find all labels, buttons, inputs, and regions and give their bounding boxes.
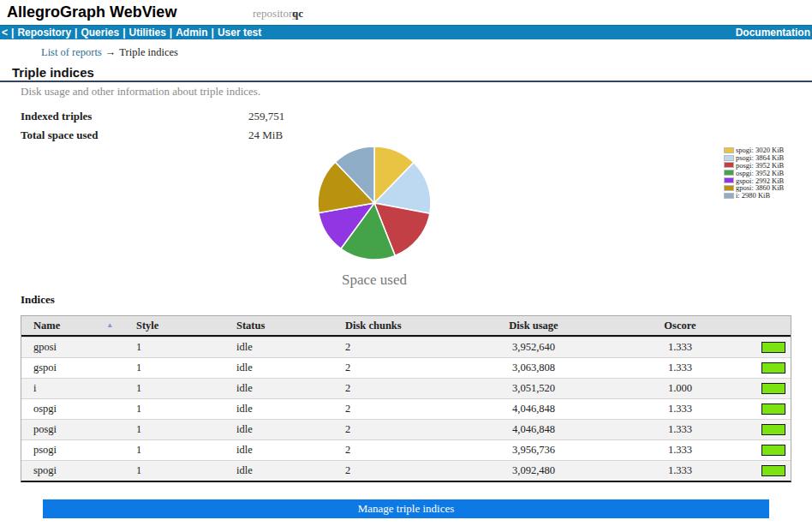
nav-item-user-test[interactable]: User test (218, 27, 261, 39)
cell-usage: 3,051,520 (448, 382, 619, 395)
sort-asc-icon: ▲ (106, 321, 113, 329)
cell-chunks: 2 (333, 341, 448, 354)
table-row-ospgi: ospgi1idle24,046,8481.333 (21, 398, 791, 419)
cell-name: spogi (21, 464, 124, 477)
cell-style: 1 (124, 403, 224, 415)
stat-label: Indexed triples (21, 110, 92, 123)
column-header-disk-chunks[interactable]: Disk chunks (333, 320, 448, 332)
pie-chart (310, 139, 439, 267)
app-title: AllegroGraph WebView (7, 3, 176, 21)
cell-name: i (21, 382, 124, 395)
cell-usage: 3,952,640 (448, 341, 619, 354)
chart-legend: spogi: 3020 KiBpsogi: 3864 KiBposgi: 395… (724, 146, 784, 200)
table-row-gposi: gposi1idle23,952,6401.333 (21, 337, 791, 357)
legend-label: i: 2980 KiB (736, 191, 770, 200)
nav-item-utilities[interactable]: Utilities (128, 27, 165, 39)
manage-triple-indices-button[interactable]: Manage triple indices (43, 499, 769, 518)
column-header-status[interactable]: Status (224, 320, 333, 332)
cell-status: idle (224, 464, 333, 477)
column-header-oscore[interactable]: Oscore (619, 320, 741, 332)
stat-indexed-triples: Indexed triples 259,751 (21, 110, 449, 129)
stat-value: 24 MiB (248, 129, 283, 142)
nav-item-admin[interactable]: Admin (176, 27, 207, 39)
nav-separator: | (8, 27, 17, 39)
title-divider (0, 81, 812, 82)
table-row-spogi: spogi1idle23,092,4801.333 (21, 460, 791, 481)
cell-health (741, 445, 791, 456)
page-title: Triple indices (12, 65, 94, 80)
stat-value: 259,751 (248, 110, 284, 123)
list-of-reports-link[interactable]: List of reports (41, 46, 102, 58)
stat-label: Total space used (21, 129, 99, 142)
cell-chunks: 2 (333, 382, 448, 395)
nav-bar: <|Repository|Queries|Utilities|Admin|Use… (0, 25, 812, 39)
table-row-i: i1idle23,051,5201.000 (21, 378, 791, 398)
cell-status: idle (224, 444, 333, 457)
cell-style: 1 (124, 444, 224, 457)
health-bar (761, 342, 785, 353)
cell-health (741, 383, 791, 394)
table-header-row: Name▲ Style Status Disk chunks Disk usag… (21, 316, 791, 337)
legend-swatch (724, 185, 734, 191)
cell-name: gposi (21, 341, 124, 354)
cell-name: gspoi (21, 362, 124, 374)
cell-style: 1 (124, 423, 224, 436)
cell-health (741, 362, 791, 374)
nav-separator: | (71, 27, 81, 39)
cell-status: idle (224, 423, 333, 436)
column-header-style[interactable]: Style (124, 320, 224, 332)
health-bar (761, 362, 785, 374)
cell-usage: 4,046,848 (448, 403, 619, 415)
cell-usage: 4,046,848 (448, 423, 619, 436)
documentation-link[interactable]: Documentation (736, 26, 810, 39)
legend-swatch (724, 170, 734, 176)
cell-style: 1 (124, 382, 224, 395)
column-header-name[interactable]: Name▲ (21, 320, 124, 332)
cell-oscore: 1.333 (619, 444, 741, 457)
table-row-gspoi: gspoi1idle23,063,8081.333 (21, 357, 791, 378)
nav-item-queries[interactable]: Queries (81, 27, 119, 39)
legend-swatch (724, 162, 734, 168)
cell-style: 1 (124, 464, 224, 477)
breadcrumb-arrow-icon: → (102, 46, 120, 58)
cell-oscore: 1.000 (619, 382, 741, 395)
health-bar (761, 424, 785, 435)
cell-health (741, 465, 791, 476)
page-subtitle: Disk usage and other information about t… (21, 85, 260, 99)
cell-oscore: 1.333 (619, 423, 741, 436)
cell-chunks: 2 (333, 464, 448, 477)
nav-separator: | (166, 27, 176, 39)
cell-oscore: 1.333 (619, 403, 741, 415)
cell-chunks: 2 (333, 403, 448, 415)
cell-status: idle (224, 403, 333, 415)
health-bar (761, 465, 785, 476)
cell-usage: 3,063,808 (448, 362, 619, 374)
cell-health (741, 403, 791, 415)
cell-oscore: 1.333 (619, 362, 741, 374)
health-bar (761, 403, 785, 415)
cell-name: psogi (21, 444, 124, 457)
cell-oscore: 1.333 (619, 464, 741, 477)
cell-style: 1 (124, 341, 224, 354)
cell-health (741, 424, 791, 435)
health-bar (761, 445, 785, 456)
cell-status: idle (224, 362, 333, 374)
pie-chart-svg (310, 139, 439, 267)
cell-status: idle (224, 382, 333, 395)
cell-health (741, 342, 791, 353)
cell-chunks: 2 (333, 444, 448, 457)
nav-separator: | (119, 27, 128, 39)
chart-caption: Space used (289, 272, 460, 289)
column-header-disk-usage[interactable]: Disk usage (448, 320, 619, 332)
cell-style: 1 (124, 362, 224, 374)
legend-swatch (724, 147, 734, 153)
table-row-psogi: psogi1idle23,956,7361.333 (21, 439, 791, 460)
legend-swatch (724, 193, 734, 199)
cell-usage: 3,092,480 (448, 464, 619, 477)
table-row-posgi: posgi1idle24,046,8481.333 (21, 419, 791, 439)
cell-name: ospgi (21, 403, 124, 415)
back-chevron-icon[interactable]: < (2, 27, 8, 39)
cell-chunks: 2 (333, 423, 448, 436)
nav-item-repository[interactable]: Repository (17, 27, 71, 39)
legend-swatch (724, 155, 734, 161)
